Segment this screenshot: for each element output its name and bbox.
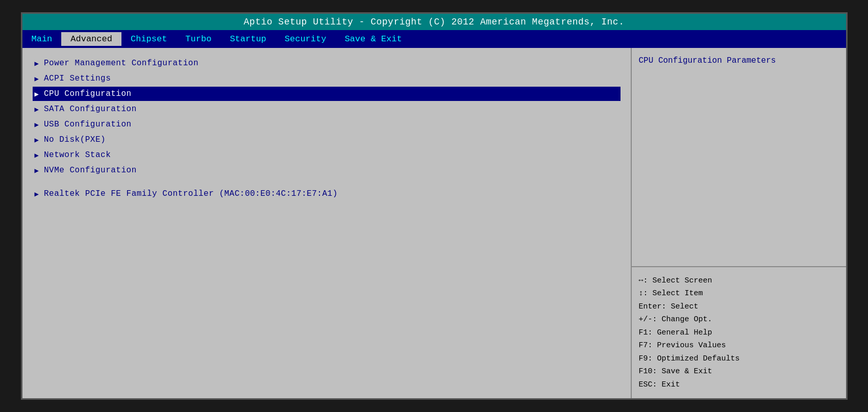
right-info-text: CPU Configuration Parameters [639,56,776,65]
menu-item-chipset[interactable]: Chipset [121,32,176,46]
help-line: F10: Save & Exit [639,365,839,378]
entry-label: No Disk(PXE) [44,135,106,144]
entry-arrow-icon: ▶ [35,74,39,83]
entry-arrow-icon: ▶ [35,105,39,114]
entry-label: SATA Configuration [44,105,137,114]
extra-entry-label: Realtek PCIe FE Family Controller (MAC:0… [44,189,338,198]
help-line: ESC: Exit [639,378,839,392]
entry-label: ACPI Settings [44,74,111,83]
menu-spacer [33,178,621,187]
help-line: ↔: Select Screen [639,274,839,288]
entry-arrow-icon: ▶ [35,90,39,98]
menu-item-save--exit[interactable]: Save & Exit [335,32,411,46]
menu-item-advanced[interactable]: Advanced [61,32,121,46]
entry-arrow-icon: ▶ [35,59,39,68]
left-menu-entry[interactable]: ▶ACPI Settings [33,71,621,86]
left-panel: ▶Power Management Configuration▶ACPI Set… [22,48,632,398]
entry-arrow-icon: ▶ [35,120,39,129]
left-menu-extra-entry[interactable]: ▶Realtek PCIe FE Family Controller (MAC:… [33,187,621,201]
menu-item-security[interactable]: Security [276,32,336,46]
entry-label: CPU Configuration [44,89,132,98]
content-area: ▶Power Management Configuration▶ACPI Set… [22,48,846,398]
bios-screen: Aptio Setup Utility - Copyright (C) 2012… [21,12,848,400]
extra-entry-arrow-icon: ▶ [35,190,39,198]
entry-label: Power Management Configuration [44,59,199,68]
menu-item-main[interactable]: Main [22,32,62,46]
left-menu-entry[interactable]: ▶Network Stack [33,148,621,162]
right-help-area: ↔: Select Screen↕: Select ItemEnter: Sel… [632,267,846,399]
left-menu-entry[interactable]: ▶No Disk(PXE) [33,133,621,147]
left-menu-entry[interactable]: ▶Power Management Configuration [33,56,621,70]
entry-arrow-icon: ▶ [35,151,39,160]
right-panel: CPU Configuration Parameters ↔: Select S… [632,48,846,398]
menu-item-turbo[interactable]: Turbo [176,32,220,46]
left-menu-entry[interactable]: ▶USB Configuration [33,117,621,132]
entry-label: NVMe Configuration [44,166,137,175]
title-text: Aptio Setup Utility - Copyright (C) 2012… [244,17,625,27]
menu-item-startup[interactable]: Startup [220,32,275,46]
title-bar: Aptio Setup Utility - Copyright (C) 2012… [22,14,846,30]
help-line: F1: General Help [639,326,839,340]
entry-label: Network Stack [44,150,111,160]
menu-bar: MainAdvancedChipsetTurboStartupSecurityS… [22,30,846,48]
entry-label: USB Configuration [44,120,132,129]
right-info-area: CPU Configuration Parameters [632,48,846,267]
left-menu-entry[interactable]: ▶SATA Configuration [33,102,621,116]
left-menu-entry[interactable]: ▶NVMe Configuration [33,163,621,177]
help-line: Enter: Select [639,300,839,314]
help-line: ↕: Select Item [639,287,839,300]
entry-arrow-icon: ▶ [35,166,39,175]
left-menu-entry[interactable]: ▶CPU Configuration [33,87,621,101]
help-line: +/-: Change Opt. [639,313,839,326]
entry-arrow-icon: ▶ [35,136,39,144]
help-line: F7: Previous Values [639,339,839,352]
help-line: F9: Optimized Defaults [639,352,839,366]
